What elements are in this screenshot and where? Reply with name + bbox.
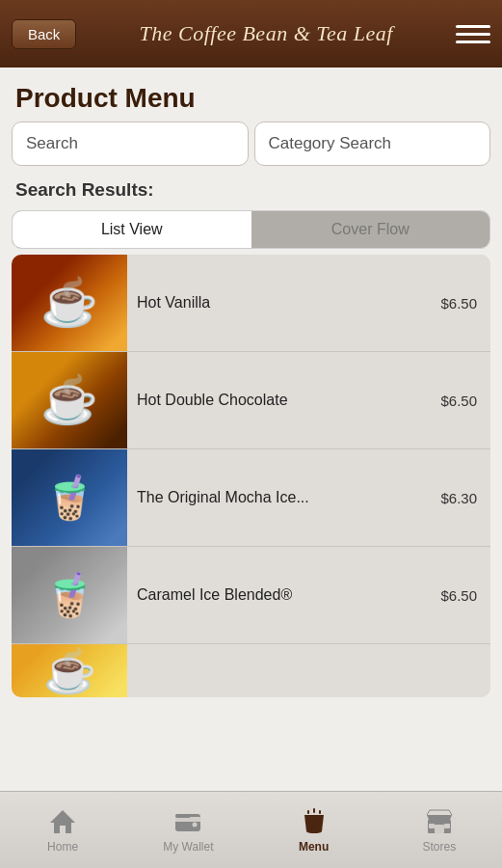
hamburger-menu-icon[interactable] bbox=[456, 25, 490, 43]
nav-menu-label: Menu bbox=[299, 840, 329, 854]
product-name: Hot Vanilla bbox=[127, 294, 440, 312]
product-price: $6.50 bbox=[440, 295, 490, 312]
svg-rect-3 bbox=[175, 814, 191, 818]
nav-wallet[interactable]: My Wallet bbox=[125, 807, 251, 854]
svg-rect-11 bbox=[444, 824, 450, 828]
svg-rect-6 bbox=[313, 808, 315, 813]
page-title: Product Menu bbox=[0, 68, 502, 122]
product-item[interactable]: Hot Vanilla $6.50 bbox=[12, 255, 490, 352]
nav-wallet-label: My Wallet bbox=[163, 840, 213, 854]
product-name: Hot Double Chocolate bbox=[127, 392, 440, 409]
product-image bbox=[12, 352, 127, 448]
nav-home[interactable]: Home bbox=[0, 807, 125, 854]
back-button[interactable]: Back bbox=[12, 19, 76, 49]
product-item-partial[interactable] bbox=[12, 644, 490, 697]
product-price: $6.50 bbox=[440, 587, 490, 604]
app-logo: The Coffee Bean & Tea Leaf bbox=[76, 21, 456, 46]
search-row: Search Category Search bbox=[0, 122, 502, 174]
svg-marker-0 bbox=[50, 810, 75, 833]
app-header: Back The Coffee Bean & Tea Leaf bbox=[0, 0, 502, 68]
view-toggle: List View Cover Flow bbox=[12, 210, 490, 249]
nav-home-label: Home bbox=[47, 840, 78, 854]
product-image bbox=[12, 449, 127, 546]
product-name: The Original Mocha Ice... bbox=[127, 489, 440, 506]
product-item[interactable]: Caramel Ice Blended® $6.50 bbox=[12, 547, 490, 644]
product-image bbox=[12, 547, 127, 643]
svg-rect-10 bbox=[429, 824, 435, 828]
search-button[interactable]: Search bbox=[12, 122, 249, 166]
svg-rect-7 bbox=[319, 810, 321, 814]
product-price: $6.30 bbox=[440, 490, 490, 506]
list-view-tab[interactable]: List View bbox=[13, 211, 251, 248]
cover-flow-tab[interactable]: Cover Flow bbox=[251, 211, 490, 248]
wallet-icon bbox=[173, 807, 202, 836]
svg-point-4 bbox=[193, 822, 198, 827]
product-item[interactable]: Hot Double Chocolate $6.50 bbox=[12, 352, 490, 449]
product-image bbox=[12, 255, 127, 351]
product-item[interactable]: The Original Mocha Ice... $6.30 bbox=[12, 449, 490, 547]
home-icon bbox=[48, 807, 77, 836]
product-list: Hot Vanilla $6.50 Hot Double Chocolate $… bbox=[12, 255, 490, 697]
nav-stores[interactable]: Stores bbox=[377, 807, 502, 854]
bottom-navigation: Home My Wallet Menu Stores bbox=[0, 791, 502, 868]
nav-menu[interactable]: Menu bbox=[251, 807, 377, 854]
svg-rect-9 bbox=[435, 825, 444, 833]
category-search-button[interactable]: Category Search bbox=[254, 122, 491, 166]
svg-rect-5 bbox=[307, 810, 309, 814]
product-price: $6.50 bbox=[440, 393, 490, 409]
nav-stores-label: Stores bbox=[423, 840, 457, 854]
product-image-partial bbox=[12, 644, 127, 697]
product-name: Caramel Ice Blended® bbox=[127, 586, 440, 604]
stores-icon bbox=[425, 807, 454, 836]
menu-cup-icon bbox=[300, 807, 329, 836]
results-label: Search Results: bbox=[0, 174, 502, 206]
